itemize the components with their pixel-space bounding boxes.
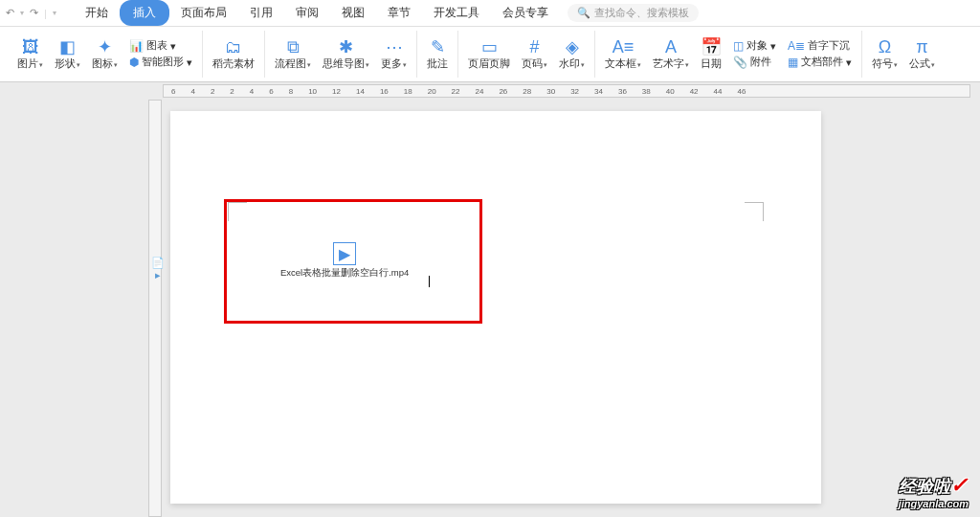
icon-icon: ✦ [98, 38, 112, 56]
ruler-mark: 44 [706, 87, 730, 96]
watermark-button[interactable]: ◈水印▾ [553, 38, 590, 71]
mindmap-label: 思维导图 [323, 57, 365, 69]
ruler-mark: 24 [468, 87, 492, 96]
watermark-icon: ◈ [566, 38, 579, 56]
attachment-button[interactable]: 📎附件 [730, 55, 779, 70]
more-icon: ⋯ [386, 38, 403, 56]
tab-page-layout[interactable]: 页面布局 [169, 0, 238, 26]
wordart-label: 艺术字 [653, 57, 684, 69]
ruler-mark: 42 [682, 87, 706, 96]
date-label: 日期 [701, 57, 722, 71]
horizontal-ruler[interactable]: 6 4 2 2 4 6 8 10 12 14 16 18 20 22 24 26… [163, 84, 970, 98]
tab-start[interactable]: 开始 [74, 0, 120, 26]
qat-dropdown-icon[interactable]: ▾ [53, 9, 56, 17]
icon-button[interactable]: ✦图标▾ [86, 38, 123, 71]
ruler-mark: 4 [242, 87, 261, 96]
tab-view[interactable]: 视图 [330, 0, 376, 26]
ruler-area: 6 4 2 2 4 6 8 10 12 14 16 18 20 22 24 26… [0, 82, 980, 100]
mindmap-icon: ✱ [339, 38, 353, 56]
dropcap-label: 首字下沉 [808, 39, 850, 53]
symbol-button[interactable]: Ω符号▾ [866, 38, 903, 71]
attachment-icon: 📎 [733, 56, 747, 69]
picture-button[interactable]: 🖼图片▾ [11, 38, 49, 71]
equation-button[interactable]: π公式▾ [903, 38, 941, 71]
shape-label: 形状 [55, 57, 76, 69]
ruler-mark: 8 [281, 87, 301, 96]
ruler-mark: 34 [587, 87, 611, 96]
video-file-icon: ▶ [333, 242, 356, 265]
redo-button[interactable]: ↷ [30, 7, 38, 19]
date-button[interactable]: 📅日期 [695, 38, 727, 71]
flowchart-label: 流程图 [275, 57, 306, 69]
tab-insert[interactable]: 插入 [120, 0, 169, 26]
wordart-button[interactable]: A艺术字▾ [647, 38, 695, 71]
tab-references[interactable]: 引用 [238, 0, 284, 26]
assets-button[interactable]: 🗂稻壳素材 [207, 38, 260, 71]
mindmap-button[interactable]: ✱思维导图▾ [317, 38, 375, 71]
tab-dev-tools[interactable]: 开发工具 [422, 0, 491, 26]
flowchart-button[interactable]: ⧉流程图▾ [269, 38, 317, 71]
header-footer-label: 页眉页脚 [468, 57, 510, 71]
undo-button[interactable]: ↶ [6, 7, 14, 19]
search-box[interactable]: 🔍 查找命令、搜索模板 [568, 4, 699, 22]
dropcap-button[interactable]: A≣首字下沉 [785, 38, 855, 54]
docparts-button[interactable]: ▦文档部件▾ [785, 55, 855, 70]
header-footer-button[interactable]: ▭页眉页脚 [462, 38, 516, 71]
ruler-mark: 6 [164, 87, 183, 96]
tab-member[interactable]: 会员专享 [491, 0, 560, 26]
page-number-button[interactable]: #页码▾ [516, 38, 553, 71]
paragraph-marker-icon[interactable]: 📄 ▸ [148, 257, 167, 281]
ruler-mark: 46 [729, 87, 753, 96]
watermark-label: 水印 [559, 57, 580, 69]
page-number-icon: # [529, 38, 539, 56]
tab-review[interactable]: 审阅 [284, 0, 330, 26]
tab-chapter[interactable]: 章节 [376, 0, 422, 26]
chart-button[interactable]: 📊图表▾ [126, 38, 195, 54]
watermark-url: jingyanla.com [899, 498, 969, 509]
document-area: 📄 ▸ ▶ Excel表格批量删除空白行.mp4 [0, 100, 980, 517]
ruler-mark: 6 [261, 87, 280, 96]
ruler-mark: 40 [658, 87, 682, 96]
ruler-mark: 18 [396, 87, 420, 96]
textbox-icon: A≡ [612, 38, 635, 56]
ruler-mark: 10 [301, 87, 324, 96]
textbox-button[interactable]: A≡文本框▾ [599, 38, 647, 71]
picture-icon: 🖼 [22, 38, 39, 56]
ruler-mark: 2 [203, 87, 222, 96]
attachment-label: 附件 [750, 56, 771, 69]
chart-label: 图表 [146, 39, 167, 53]
title-bar: ↶ ▾ ↷ | ▾ 开始 插入 页面布局 引用 审阅 视图 章节 开发工具 会员… [0, 0, 980, 27]
ruler-mark: 2 [222, 87, 241, 96]
assets-label: 稻壳素材 [212, 57, 255, 71]
ruler-mark: 14 [348, 87, 372, 96]
smartart-label: 智能图形 [142, 56, 184, 69]
icon-label: 图标 [92, 57, 113, 69]
shape-button[interactable]: ◧形状▾ [49, 38, 86, 71]
more-button[interactable]: ⋯更多▾ [375, 38, 412, 71]
header-footer-icon: ▭ [481, 38, 498, 56]
search-placeholder: 查找命令、搜索模板 [594, 6, 689, 20]
flowchart-icon: ⧉ [287, 38, 300, 56]
top-separator: | [44, 8, 47, 19]
object-label: 对象 [746, 39, 768, 53]
ruler-mark: 36 [611, 87, 635, 96]
embedded-attachment[interactable]: ▶ Excel表格批量删除空白行.mp4 [280, 242, 409, 280]
ribbon-toolbar: 🖼图片▾ ◧形状▾ ✦图标▾ 📊图表▾ ⬢智能图形▾ 🗂稻壳素材 ⧉流程图▾ ✱… [0, 27, 980, 82]
ruler-mark: 26 [491, 87, 515, 96]
document-page[interactable]: 📄 ▸ ▶ Excel表格批量删除空白行.mp4 [170, 111, 821, 504]
search-icon: 🔍 [577, 7, 590, 19]
comment-icon: ✎ [431, 38, 445, 56]
wordart-icon: A [665, 38, 677, 56]
chart-icon: 📊 [129, 39, 144, 53]
object-icon: ◫ [733, 39, 744, 53]
dropcap-icon: A≣ [788, 39, 805, 53]
object-button[interactable]: ◫对象▾ [730, 38, 779, 54]
smartart-button[interactable]: ⬢智能图形▾ [126, 55, 195, 70]
undo-dropdown-icon[interactable]: ▾ [20, 9, 24, 17]
equation-label: 公式 [909, 57, 930, 69]
vertical-ruler[interactable] [148, 100, 162, 517]
ruler-mark: 28 [515, 87, 539, 96]
comment-button[interactable]: ✎批注 [421, 38, 454, 71]
ruler-mark: 4 [183, 87, 202, 96]
ruler-mark: 22 [444, 87, 468, 96]
